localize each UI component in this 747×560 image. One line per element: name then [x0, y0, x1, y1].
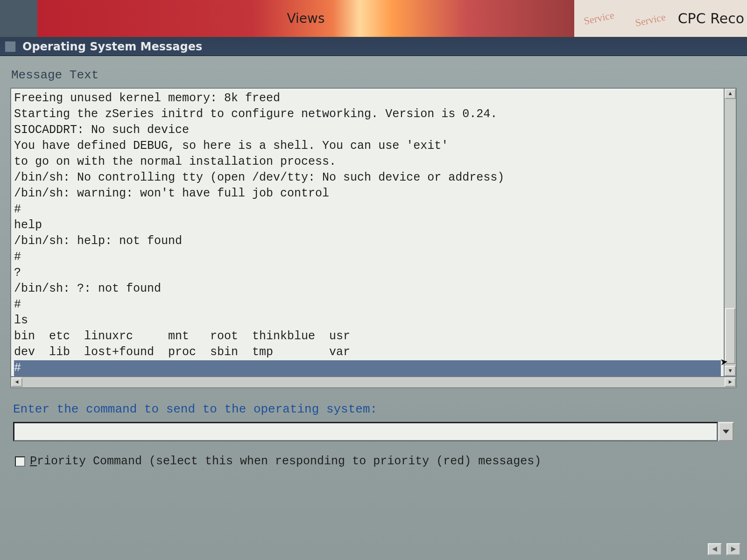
message-line[interactable]: /bin/sh: ?: not found — [14, 281, 721, 297]
window-title: Operating System Messages — [22, 40, 202, 53]
scroll-up-button[interactable]: ▲ — [725, 89, 736, 99]
views-tab[interactable]: Views — [37, 0, 574, 37]
message-text-panel: Freeing unused kernel memory: 8k freedSt… — [10, 88, 737, 377]
service-watermark-icon: Service — [583, 9, 615, 27]
window-icon — [5, 41, 16, 52]
message-line-selected[interactable]: # — [14, 360, 721, 376]
command-history-dropdown[interactable] — [718, 422, 734, 441]
command-entry-label: Enter the command to send to the operati… — [13, 402, 737, 416]
scroll-right-button[interactable]: ► — [725, 378, 736, 387]
message-text-heading: Message Text — [11, 68, 737, 82]
message-line[interactable]: /bin/sh: warning: won't have full job co… — [14, 186, 721, 202]
window-title-bar: Operating System Messages — [0, 37, 747, 56]
svg-marker-0 — [723, 430, 729, 434]
cpc-reco-label: CPC Reco — [678, 10, 744, 27]
message-text-area[interactable]: Freeing unused kernel memory: 8k freedSt… — [11, 89, 724, 376]
message-line[interactable]: SIOCADDRT: No such device — [14, 122, 721, 138]
scroll-thumb[interactable] — [725, 308, 735, 364]
scroll-down-button[interactable]: ▼ — [725, 366, 736, 376]
message-line[interactable]: /bin/sh: No controlling tty (open /dev/t… — [14, 170, 721, 186]
page-nav-arrows: ◄ ► — [708, 543, 740, 555]
message-line[interactable]: dev lib lost+found proc sbin tmp var — [14, 344, 721, 360]
message-line[interactable]: ? — [14, 265, 721, 281]
scroll-left-button[interactable]: ◄ — [11, 378, 22, 387]
top-left-spacer — [0, 0, 37, 37]
command-input[interactable] — [13, 422, 718, 441]
message-line[interactable]: # — [14, 297, 721, 313]
message-line[interactable]: Starting the zSeries initrd to configure… — [14, 106, 721, 122]
message-line[interactable]: /bin/sh: help: not found — [14, 233, 721, 249]
message-line[interactable]: ls — [14, 313, 721, 329]
message-line[interactable]: # — [14, 202, 721, 217]
message-line[interactable]: help — [14, 217, 721, 233]
views-label: Views — [287, 11, 324, 26]
horizontal-scrollbar[interactable]: ◄ ► — [10, 377, 737, 388]
message-line[interactable]: to go on with the normal installation pr… — [14, 154, 721, 170]
priority-command-checkbox[interactable] — [15, 456, 25, 467]
vertical-scrollbar[interactable]: ▲ ▼ — [724, 89, 736, 376]
hscroll-track[interactable] — [22, 377, 725, 387]
chevron-down-icon — [723, 429, 729, 434]
message-line[interactable]: # — [14, 249, 721, 265]
priority-command-row: Priority Command (select this when respo… — [15, 455, 737, 468]
message-line[interactable]: bin etc linuxrc mnt root thinkblue usr — [14, 329, 721, 344]
service-watermark-icon: Service — [634, 11, 667, 29]
message-line[interactable]: Freeing unused kernel memory: 8k freed — [14, 91, 721, 106]
scroll-track[interactable] — [725, 99, 736, 366]
nav-next-button[interactable]: ► — [726, 543, 740, 555]
message-line[interactable]: You have defined DEBUG, so here is a she… — [14, 138, 721, 154]
client-area: Message Text Freeing unused kernel memor… — [0, 56, 747, 560]
command-entry-row — [13, 422, 734, 441]
priority-command-label: Priority Command (select this when respo… — [30, 455, 541, 468]
nav-prev-button[interactable]: ◄ — [708, 543, 722, 555]
cpc-recovery-tab[interactable]: Service Service CPC Reco — [574, 0, 747, 37]
top-toolbar: Views Service Service CPC Reco — [0, 0, 747, 37]
